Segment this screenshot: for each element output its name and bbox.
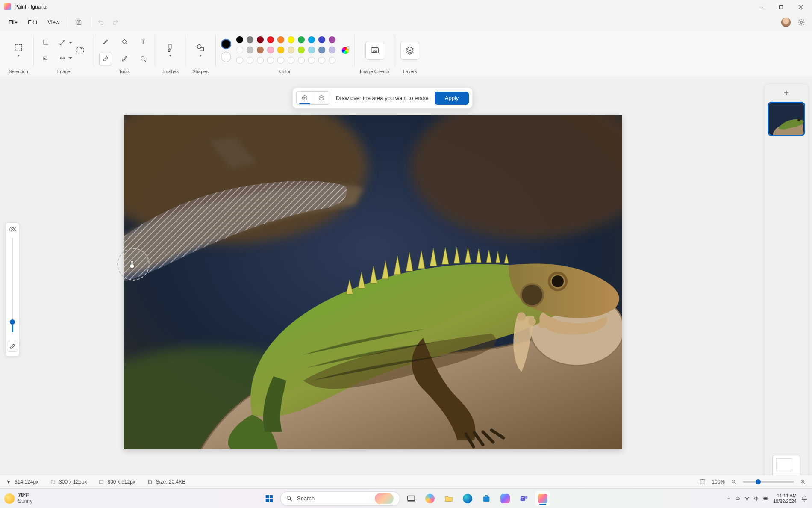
color-swatch[interactable] xyxy=(247,36,253,43)
menu-view[interactable]: View xyxy=(42,15,65,29)
secondary-color[interactable] xyxy=(221,52,231,62)
selection-tool[interactable]: ▾ xyxy=(9,37,28,64)
layer-thumb-1[interactable] xyxy=(769,103,804,135)
svg-point-12 xyxy=(197,44,201,48)
custom-color-slot[interactable] xyxy=(277,57,284,64)
apply-button[interactable]: Apply xyxy=(435,92,469,105)
color-swatch[interactable] xyxy=(288,47,294,53)
custom-color-slot[interactable] xyxy=(247,57,253,64)
color-swatch[interactable] xyxy=(288,36,294,43)
edit-colors-button[interactable] xyxy=(341,47,349,54)
color-swatch[interactable] xyxy=(329,47,335,53)
color-swatch[interactable] xyxy=(308,36,315,43)
color-swatch[interactable] xyxy=(247,47,253,53)
system-tray[interactable] xyxy=(726,496,769,502)
cursor-pos-value: 314,124px xyxy=(15,479,38,485)
rotate-button[interactable] xyxy=(39,52,52,65)
color-swatch[interactable] xyxy=(298,47,305,53)
menu-edit[interactable]: Edit xyxy=(23,15,42,29)
settings-button[interactable] xyxy=(794,16,809,29)
brush-size-slider[interactable] xyxy=(12,238,13,332)
taskbar-paint[interactable] xyxy=(535,491,550,506)
chevron-down-icon: ▾ xyxy=(18,53,20,58)
color-swatch[interactable] xyxy=(329,36,335,43)
custom-color-slot[interactable] xyxy=(298,57,305,64)
color-swatch[interactable] xyxy=(236,36,243,43)
search-highlight-icon xyxy=(375,493,394,504)
notifications-button[interactable] xyxy=(801,495,808,502)
color-swatch[interactable] xyxy=(308,47,315,53)
svg-point-54 xyxy=(287,496,291,499)
fit-to-window-button[interactable] xyxy=(700,479,706,485)
resize-button[interactable] xyxy=(56,36,69,49)
color-swatch[interactable] xyxy=(267,36,274,43)
erase-add-area[interactable] xyxy=(297,92,313,104)
custom-color-slot[interactable] xyxy=(236,57,243,64)
image-creator-button[interactable] xyxy=(365,41,384,60)
custom-color-slot[interactable] xyxy=(267,57,274,64)
custom-color-slot[interactable] xyxy=(288,57,294,64)
primary-color[interactable] xyxy=(221,39,231,49)
group-tools: Tools xyxy=(95,33,154,77)
user-avatar[interactable] xyxy=(781,18,791,27)
custom-color-slot[interactable] xyxy=(257,57,264,64)
color-swatch[interactable] xyxy=(257,47,264,53)
add-layer-button[interactable] xyxy=(780,89,792,97)
redo-button[interactable] xyxy=(108,16,123,29)
taskbar-edge[interactable] xyxy=(460,491,475,506)
canvas[interactable] xyxy=(124,115,622,449)
taskbar-explorer[interactable] xyxy=(441,491,456,506)
color-picker-tool[interactable] xyxy=(118,53,131,65)
custom-color-slot[interactable] xyxy=(329,57,335,64)
color-swatch[interactable] xyxy=(318,47,325,53)
minimize-button[interactable] xyxy=(751,0,771,14)
taskbar-weather[interactable]: 78°F Sunny xyxy=(4,493,32,504)
color-swatch[interactable] xyxy=(277,47,284,53)
start-button[interactable] xyxy=(262,491,277,506)
status-bar: 314,124px 300 x 125px 800 x 512px Size: … xyxy=(0,475,812,488)
svg-rect-41 xyxy=(100,480,103,484)
separator xyxy=(68,18,68,27)
taskbar-search[interactable]: Search xyxy=(280,491,400,506)
color-swatch[interactable] xyxy=(236,47,243,53)
svg-line-11 xyxy=(144,60,146,62)
zoom-value: 100% xyxy=(712,479,725,485)
task-view-button[interactable] xyxy=(403,491,419,506)
taskbar-copilot-app[interactable] xyxy=(497,491,513,506)
undo-button[interactable] xyxy=(94,16,108,29)
fill-tool[interactable] xyxy=(118,35,131,48)
eraser-tool[interactable] xyxy=(99,53,112,65)
chevron-down-icon: ▾ xyxy=(200,53,202,58)
taskbar-copilot[interactable] xyxy=(422,491,438,506)
custom-color-slot[interactable] xyxy=(318,57,325,64)
magnifier-tool[interactable] xyxy=(137,53,150,65)
text-tool[interactable] xyxy=(137,35,150,48)
zoom-in-button[interactable] xyxy=(800,479,806,485)
generative-erase-toggle[interactable] xyxy=(7,341,18,352)
save-button[interactable] xyxy=(72,16,86,29)
svg-point-62 xyxy=(525,496,528,499)
color-swatch[interactable] xyxy=(318,36,325,43)
zoom-out-button[interactable] xyxy=(731,479,737,485)
crop-button[interactable] xyxy=(39,36,52,49)
shapes-button[interactable]: ▾ xyxy=(191,37,210,64)
taskbar-store[interactable] xyxy=(479,491,494,506)
menu-file[interactable]: File xyxy=(3,15,23,29)
background-layer-thumb[interactable] xyxy=(772,455,800,477)
maximize-button[interactable] xyxy=(771,0,791,14)
color-swatch[interactable] xyxy=(277,36,284,43)
color-swatch[interactable] xyxy=(298,36,305,43)
taskbar-clock[interactable]: 11:11 AM 10/22/2024 xyxy=(773,493,797,503)
flip-button[interactable] xyxy=(56,52,69,65)
pencil-tool[interactable] xyxy=(99,35,112,48)
zoom-slider[interactable] xyxy=(743,481,794,483)
close-button[interactable] xyxy=(791,0,810,14)
remove-background-button[interactable] xyxy=(71,40,88,61)
color-swatch[interactable] xyxy=(257,36,264,43)
custom-color-slot[interactable] xyxy=(308,57,315,64)
erase-remove-area[interactable] xyxy=(313,92,330,104)
brushes-button[interactable]: ▾ xyxy=(160,37,180,64)
layers-button[interactable] xyxy=(400,41,419,60)
color-swatch[interactable] xyxy=(267,47,274,53)
taskbar-teams[interactable]: T xyxy=(516,491,532,506)
